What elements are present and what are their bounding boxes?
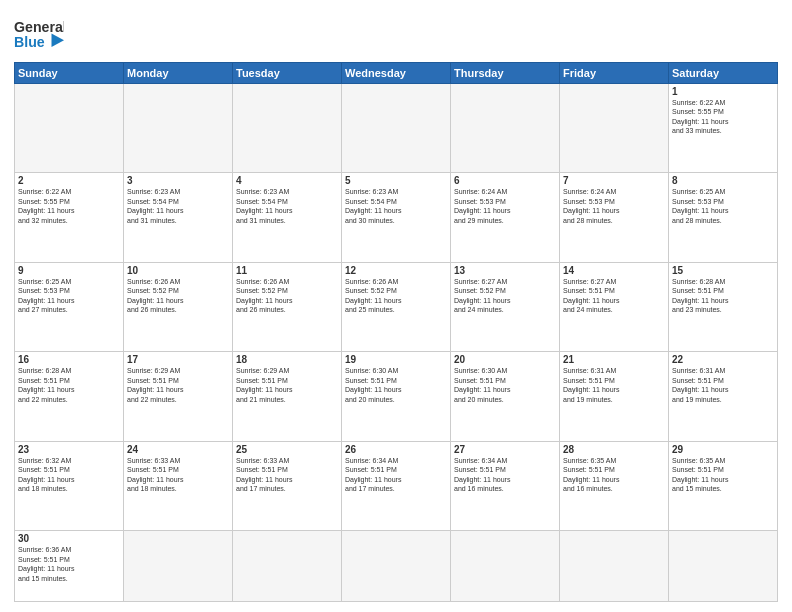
day-number: 5 — [345, 175, 447, 186]
day-info: Sunrise: 6:26 AM Sunset: 5:52 PM Dayligh… — [127, 277, 229, 315]
day-info: Sunrise: 6:23 AM Sunset: 5:54 PM Dayligh… — [127, 187, 229, 225]
calendar: SundayMondayTuesdayWednesdayThursdayFrid… — [14, 62, 778, 602]
day-number: 24 — [127, 444, 229, 455]
day-info: Sunrise: 6:28 AM Sunset: 5:51 PM Dayligh… — [18, 366, 120, 404]
day-info: Sunrise: 6:28 AM Sunset: 5:51 PM Dayligh… — [672, 277, 774, 315]
calendar-week-row: 9Sunrise: 6:25 AM Sunset: 5:53 PM Daylig… — [15, 262, 778, 351]
calendar-cell: 26Sunrise: 6:34 AM Sunset: 5:51 PM Dayli… — [342, 441, 451, 530]
day-info: Sunrise: 6:34 AM Sunset: 5:51 PM Dayligh… — [345, 456, 447, 494]
day-number: 11 — [236, 265, 338, 276]
day-info: Sunrise: 6:22 AM Sunset: 5:55 PM Dayligh… — [18, 187, 120, 225]
day-info: Sunrise: 6:25 AM Sunset: 5:53 PM Dayligh… — [672, 187, 774, 225]
day-info: Sunrise: 6:31 AM Sunset: 5:51 PM Dayligh… — [563, 366, 665, 404]
day-info: Sunrise: 6:30 AM Sunset: 5:51 PM Dayligh… — [345, 366, 447, 404]
day-number: 25 — [236, 444, 338, 455]
calendar-cell: 10Sunrise: 6:26 AM Sunset: 5:52 PM Dayli… — [124, 262, 233, 351]
day-info: Sunrise: 6:26 AM Sunset: 5:52 PM Dayligh… — [236, 277, 338, 315]
day-number: 16 — [18, 354, 120, 365]
day-number: 26 — [345, 444, 447, 455]
day-number: 20 — [454, 354, 556, 365]
calendar-cell — [124, 531, 233, 602]
calendar-cell: 8Sunrise: 6:25 AM Sunset: 5:53 PM Daylig… — [669, 173, 778, 262]
day-number: 19 — [345, 354, 447, 365]
calendar-cell: 11Sunrise: 6:26 AM Sunset: 5:52 PM Dayli… — [233, 262, 342, 351]
day-number: 29 — [672, 444, 774, 455]
day-info: Sunrise: 6:34 AM Sunset: 5:51 PM Dayligh… — [454, 456, 556, 494]
day-info: Sunrise: 6:24 AM Sunset: 5:53 PM Dayligh… — [563, 187, 665, 225]
calendar-header-wednesday: Wednesday — [342, 63, 451, 84]
calendar-header-sunday: Sunday — [15, 63, 124, 84]
calendar-cell: 28Sunrise: 6:35 AM Sunset: 5:51 PM Dayli… — [560, 441, 669, 530]
day-number: 23 — [18, 444, 120, 455]
calendar-header-saturday: Saturday — [669, 63, 778, 84]
calendar-cell: 16Sunrise: 6:28 AM Sunset: 5:51 PM Dayli… — [15, 352, 124, 441]
calendar-cell: 22Sunrise: 6:31 AM Sunset: 5:51 PM Dayli… — [669, 352, 778, 441]
day-info: Sunrise: 6:27 AM Sunset: 5:52 PM Dayligh… — [454, 277, 556, 315]
day-number: 21 — [563, 354, 665, 365]
svg-text:General: General — [14, 19, 64, 35]
calendar-cell — [560, 84, 669, 173]
calendar-cell — [15, 84, 124, 173]
day-info: Sunrise: 6:33 AM Sunset: 5:51 PM Dayligh… — [127, 456, 229, 494]
calendar-cell: 29Sunrise: 6:35 AM Sunset: 5:51 PM Dayli… — [669, 441, 778, 530]
day-number: 13 — [454, 265, 556, 276]
calendar-cell — [342, 84, 451, 173]
day-number: 10 — [127, 265, 229, 276]
svg-text:Blue: Blue — [14, 34, 45, 50]
calendar-cell — [233, 84, 342, 173]
calendar-cell: 12Sunrise: 6:26 AM Sunset: 5:52 PM Dayli… — [342, 262, 451, 351]
day-number: 6 — [454, 175, 556, 186]
day-info: Sunrise: 6:26 AM Sunset: 5:52 PM Dayligh… — [345, 277, 447, 315]
day-info: Sunrise: 6:23 AM Sunset: 5:54 PM Dayligh… — [345, 187, 447, 225]
header: General Blue — [14, 14, 778, 54]
calendar-week-row: 1Sunrise: 6:22 AM Sunset: 5:55 PM Daylig… — [15, 84, 778, 173]
calendar-cell: 21Sunrise: 6:31 AM Sunset: 5:51 PM Dayli… — [560, 352, 669, 441]
day-number: 7 — [563, 175, 665, 186]
calendar-cell: 25Sunrise: 6:33 AM Sunset: 5:51 PM Dayli… — [233, 441, 342, 530]
day-info: Sunrise: 6:27 AM Sunset: 5:51 PM Dayligh… — [563, 277, 665, 315]
day-number: 18 — [236, 354, 338, 365]
day-info: Sunrise: 6:29 AM Sunset: 5:51 PM Dayligh… — [127, 366, 229, 404]
logo-icon: General Blue — [14, 14, 64, 54]
calendar-cell: 27Sunrise: 6:34 AM Sunset: 5:51 PM Dayli… — [451, 441, 560, 530]
calendar-cell: 30Sunrise: 6:36 AM Sunset: 5:51 PM Dayli… — [15, 531, 124, 602]
day-number: 27 — [454, 444, 556, 455]
calendar-cell: 17Sunrise: 6:29 AM Sunset: 5:51 PM Dayli… — [124, 352, 233, 441]
calendar-cell — [669, 531, 778, 602]
calendar-cell — [233, 531, 342, 602]
calendar-cell: 4Sunrise: 6:23 AM Sunset: 5:54 PM Daylig… — [233, 173, 342, 262]
day-number: 28 — [563, 444, 665, 455]
calendar-header-thursday: Thursday — [451, 63, 560, 84]
calendar-cell: 3Sunrise: 6:23 AM Sunset: 5:54 PM Daylig… — [124, 173, 233, 262]
day-info: Sunrise: 6:31 AM Sunset: 5:51 PM Dayligh… — [672, 366, 774, 404]
day-info: Sunrise: 6:32 AM Sunset: 5:51 PM Dayligh… — [18, 456, 120, 494]
calendar-cell: 15Sunrise: 6:28 AM Sunset: 5:51 PM Dayli… — [669, 262, 778, 351]
calendar-header-row: SundayMondayTuesdayWednesdayThursdayFrid… — [15, 63, 778, 84]
calendar-cell: 7Sunrise: 6:24 AM Sunset: 5:53 PM Daylig… — [560, 173, 669, 262]
day-number: 9 — [18, 265, 120, 276]
svg-marker-2 — [52, 34, 65, 47]
calendar-cell: 18Sunrise: 6:29 AM Sunset: 5:51 PM Dayli… — [233, 352, 342, 441]
day-info: Sunrise: 6:33 AM Sunset: 5:51 PM Dayligh… — [236, 456, 338, 494]
day-info: Sunrise: 6:35 AM Sunset: 5:51 PM Dayligh… — [672, 456, 774, 494]
calendar-cell: 19Sunrise: 6:30 AM Sunset: 5:51 PM Dayli… — [342, 352, 451, 441]
day-number: 4 — [236, 175, 338, 186]
day-number: 22 — [672, 354, 774, 365]
calendar-cell: 20Sunrise: 6:30 AM Sunset: 5:51 PM Dayli… — [451, 352, 560, 441]
calendar-cell — [560, 531, 669, 602]
calendar-cell: 5Sunrise: 6:23 AM Sunset: 5:54 PM Daylig… — [342, 173, 451, 262]
day-info: Sunrise: 6:25 AM Sunset: 5:53 PM Dayligh… — [18, 277, 120, 315]
day-info: Sunrise: 6:24 AM Sunset: 5:53 PM Dayligh… — [454, 187, 556, 225]
calendar-header-monday: Monday — [124, 63, 233, 84]
calendar-cell — [451, 84, 560, 173]
day-info: Sunrise: 6:36 AM Sunset: 5:51 PM Dayligh… — [18, 545, 120, 583]
day-info: Sunrise: 6:35 AM Sunset: 5:51 PM Dayligh… — [563, 456, 665, 494]
calendar-cell — [451, 531, 560, 602]
calendar-cell: 13Sunrise: 6:27 AM Sunset: 5:52 PM Dayli… — [451, 262, 560, 351]
day-number: 12 — [345, 265, 447, 276]
day-info: Sunrise: 6:23 AM Sunset: 5:54 PM Dayligh… — [236, 187, 338, 225]
day-number: 15 — [672, 265, 774, 276]
calendar-header-tuesday: Tuesday — [233, 63, 342, 84]
calendar-cell — [124, 84, 233, 173]
calendar-cell: 6Sunrise: 6:24 AM Sunset: 5:53 PM Daylig… — [451, 173, 560, 262]
